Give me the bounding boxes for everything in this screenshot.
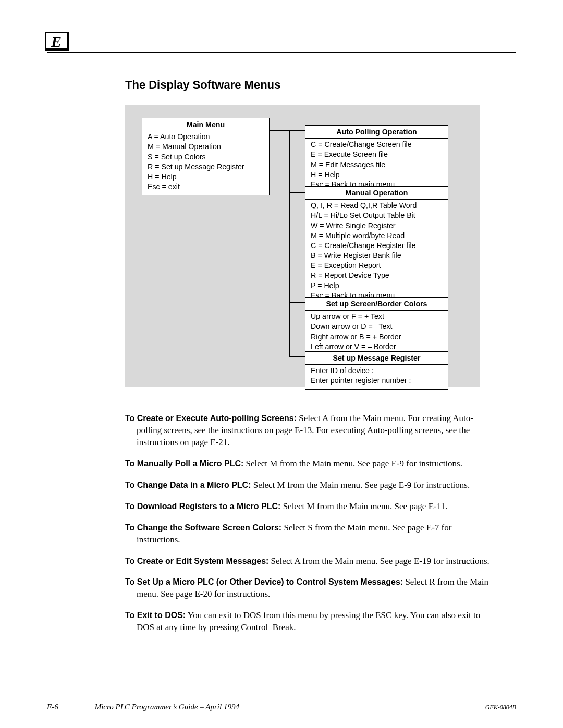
- menu-item: C = Create/Change Register file: [311, 241, 443, 251]
- menu-item: E = Exception Report: [311, 261, 443, 270]
- connector: [289, 302, 305, 303]
- menu-item: R = Report Device Type: [311, 270, 443, 280]
- instruction-item: To Change Data in a Micro PLC: Select M …: [125, 479, 490, 491]
- instruction-lead: To Download Registers to a Micro PLC:: [125, 502, 280, 511]
- instruction-body: Select M from the Main menu. See page E-…: [251, 480, 470, 490]
- instruction-body: You can exit to DOS from this menu by pr…: [137, 610, 480, 632]
- box-main-menu: Main Menu A = Auto Operation M = Manual …: [142, 118, 270, 195]
- box-setup-msgreg-title: Set up Message Register: [305, 352, 448, 364]
- instruction-body: Select M from the Main menu. See page E-…: [280, 501, 447, 511]
- instruction-item: To Create or Execute Auto-polling Screen…: [125, 413, 490, 449]
- menu-item: Left arrow or V = – Border: [311, 342, 443, 352]
- instruction-lead: To Change the Software Screen Colors:: [125, 523, 282, 532]
- box-auto-polling: Auto Polling Operation C = Create/Change…: [305, 125, 448, 193]
- menu-diagram: Main Menu A = Auto Operation M = Manual …: [125, 105, 480, 387]
- menu-item: S = Set up Colors: [148, 152, 264, 162]
- page-header: E: [47, 21, 516, 50]
- instruction-lead: To Create or Edit System Messages:: [125, 557, 268, 565]
- instruction-item: To Exit to DOS: You can exit to DOS from…: [125, 610, 490, 634]
- instruction-item: To Set Up a Micro PLC (or Other Device) …: [125, 576, 490, 600]
- instruction-body: Select M from the Main menu. See page E-…: [243, 459, 462, 468]
- menu-item: M = Manual Operation: [148, 142, 264, 152]
- instruction-lead: To Set Up a Micro PLC (or Other Device) …: [125, 577, 403, 586]
- page: E The Display Software Menus Main Menu A…: [0, 0, 563, 728]
- box-setup-colors-body: Up arrow or F = + Text Down arrow or D =…: [305, 311, 448, 355]
- instruction-item: To Manually Poll a Micro PLC: Select M f…: [125, 458, 490, 470]
- connector: [289, 192, 305, 193]
- box-setup-msgreg: Set up Message Register Enter ID of devi…: [305, 351, 448, 390]
- instructions: To Create or Execute Auto-polling Screen…: [125, 413, 490, 634]
- instruction-body: Select A from the Main menu. See page E-…: [268, 556, 489, 566]
- menu-item: A = Auto Operation: [148, 132, 264, 142]
- menu-item: Up arrow or F = + Text: [311, 312, 443, 322]
- menu-item: Down arrow or D = –Text: [311, 322, 443, 331]
- box-auto-polling-title: Auto Polling Operation: [305, 126, 448, 138]
- box-main-menu-title: Main Menu: [142, 118, 269, 131]
- box-setup-colors-title: Set up Screen/Border Colors: [305, 298, 448, 310]
- box-manual-operation-title: Manual Operation: [305, 187, 448, 199]
- menu-item: C = Create/Change Screen file: [311, 140, 443, 150]
- menu-item: H = Help: [148, 172, 264, 182]
- menu-item: Right arrow or B = + Border: [311, 332, 443, 342]
- menu-item: E = Execute Screen file: [311, 150, 443, 159]
- instruction-lead: To Create or Execute Auto-polling Screen…: [125, 414, 297, 423]
- box-auto-polling-body: C = Create/Change Screen file E = Execut…: [305, 139, 448, 193]
- instruction-lead: To Change Data in a Micro PLC:: [125, 480, 251, 489]
- box-manual-operation: Manual Operation Q, I, R = Read Q,I,R Ta…: [305, 186, 448, 304]
- footer-title: Micro PLC Programmer’s Guide – April 199…: [58, 702, 485, 711]
- menu-item: Enter pointer register number :: [311, 376, 443, 386]
- menu-item: M = Multiple word/byte Read: [311, 231, 443, 241]
- menu-item: Enter ID of device :: [311, 366, 443, 376]
- instruction-item: To Change the Software Screen Colors: Se…: [125, 522, 490, 546]
- appendix-letter: E: [45, 32, 69, 51]
- instruction-item: To Create or Edit System Messages: Selec…: [125, 556, 490, 567]
- instruction-lead: To Manually Poll a Micro PLC:: [125, 459, 243, 468]
- header-rule: [47, 52, 516, 53]
- box-setup-msgreg-body: Enter ID of device : Enter pointer regis…: [305, 365, 448, 389]
- page-footer: E-6 Micro PLC Programmer’s Guide – April…: [47, 702, 516, 711]
- box-manual-operation-body: Q, I, R = Read Q,I,R Table Word H/L = Hi…: [305, 200, 448, 304]
- instruction-item: To Download Registers to a Micro PLC: Se…: [125, 501, 490, 513]
- instruction-lead: To Exit to DOS:: [125, 611, 186, 620]
- menu-item: R = Set up Message Register: [148, 162, 264, 172]
- menu-item: M = Edit Messages file: [311, 160, 443, 170]
- box-main-menu-body: A = Auto Operation M = Manual Operation …: [142, 131, 269, 195]
- connector: [270, 130, 290, 131]
- box-setup-colors: Set up Screen/Border Colors Up arrow or …: [305, 297, 448, 355]
- footer-doc-id: GFK-0804B: [485, 704, 516, 711]
- menu-item: H/L = Hi/Lo Set Output Table Bit: [311, 211, 443, 220]
- menu-item: B = Write Register Bank file: [311, 251, 443, 261]
- menu-item: Esc = exit: [148, 182, 264, 192]
- menu-item: Q, I, R = Read Q,I,R Table Word: [311, 201, 443, 211]
- footer-page-number: E-6: [47, 702, 58, 711]
- connector: [289, 130, 290, 356]
- menu-item: W = Write Single Register: [311, 221, 443, 231]
- connector: [289, 356, 305, 357]
- menu-item: P = Help: [311, 281, 443, 291]
- connector: [289, 130, 305, 131]
- menu-item: H = Help: [311, 170, 443, 180]
- section-title: The Display Software Menus: [125, 78, 516, 92]
